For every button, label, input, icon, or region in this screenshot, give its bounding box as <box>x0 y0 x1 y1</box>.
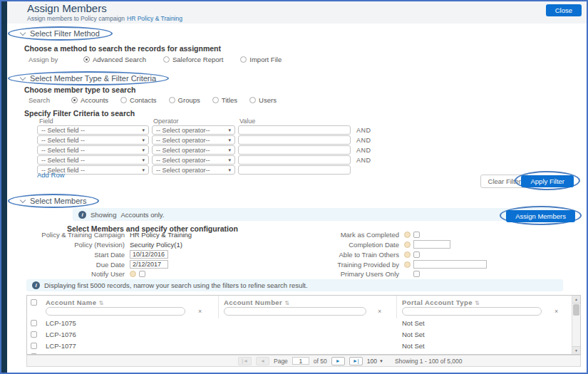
records-banner: i Displaying first 5000 records, narrow … <box>26 279 563 291</box>
showing-banner: i Showing Accounts only. <box>73 208 555 221</box>
training-provided-input[interactable] <box>413 260 487 269</box>
radio-contacts[interactable]: Contacts <box>120 96 157 104</box>
assign-members-button[interactable]: Assign Members <box>506 210 575 222</box>
help-icon[interactable] <box>404 232 411 238</box>
policy-field: Policy (Revision) Security Policy(1) <box>21 240 182 249</box>
radio-saleforce-report[interactable]: Saleforce Report <box>163 56 223 63</box>
close-button[interactable]: Close <box>546 4 582 16</box>
row-checkbox[interactable] <box>31 331 37 338</box>
apply-filter-button[interactable]: Apply Filter <box>521 175 574 187</box>
table-row[interactable]: LCP-1076 Not Set <box>27 329 572 340</box>
page-number-input[interactable] <box>292 357 309 365</box>
filter-row: -- Select field --▾ -- Select operator--… <box>37 135 371 145</box>
filter-value-input[interactable] <box>238 165 351 175</box>
section-header-filter-method[interactable]: Select Filter Method <box>8 26 113 41</box>
completion-date-field: Completion Date <box>301 240 450 249</box>
field-select[interactable]: -- Select field --▾ <box>37 125 149 135</box>
column-header-account-name[interactable]: Account Name ⇅ <box>46 298 103 306</box>
add-row-link[interactable]: Add Row <box>37 171 65 179</box>
operator-select[interactable]: -- Select operator--▾ <box>152 145 235 155</box>
filter-value-input[interactable] <box>238 155 351 165</box>
operator-select[interactable]: -- Select operator--▾ <box>152 125 235 135</box>
start-date-input[interactable] <box>130 250 168 259</box>
account-number-filter-input[interactable] <box>224 307 366 316</box>
clear-number-filter-icon[interactable]: × <box>378 307 381 316</box>
page-label: Page <box>274 358 288 365</box>
help-icon[interactable] <box>404 261 411 268</box>
apply-filter-annotation: Apply Filter <box>515 171 580 190</box>
clear-type-filter-icon[interactable]: × <box>555 307 558 316</box>
page-header: Assign Members Assign members to Policy … <box>7 1 587 24</box>
table-scrollbar[interactable]: ▲ ▼ <box>572 296 580 354</box>
help-icon[interactable] <box>130 271 136 277</box>
help-icon[interactable] <box>404 241 411 248</box>
member-type-heading: Choose member type to search <box>24 85 135 94</box>
table-row[interactable]: LCP-1075 Not Set <box>27 318 572 328</box>
radio-import-file[interactable]: Import File <box>240 56 282 63</box>
radio-advanced-search[interactable]: Advanced Search <box>83 56 146 63</box>
of-total-label: of 50 <box>314 358 327 365</box>
section-header-select-members[interactable]: Select Members <box>8 194 99 208</box>
prev-page-button[interactable]: ◄ <box>256 357 269 365</box>
row-checkbox[interactable] <box>31 320 37 326</box>
caret-down-icon: ▾ <box>142 167 145 172</box>
portal-type-filter-input[interactable] <box>402 307 542 316</box>
radio-groups[interactable]: Groups <box>169 96 200 104</box>
scroll-up-icon[interactable]: ▲ <box>572 296 580 303</box>
radio-titles[interactable]: Titles <box>212 96 237 104</box>
account-name-filter-input[interactable] <box>46 307 185 316</box>
page-size-select[interactable]: 100▼ <box>367 358 383 365</box>
field-select[interactable]: -- Select field --▾ <box>37 135 149 145</box>
operator-select[interactable]: -- Select operator--▾ <box>152 135 235 145</box>
operator-select[interactable]: -- Select operator--▾ <box>152 165 235 175</box>
section-title: Select Members <box>30 197 86 205</box>
campaign-link[interactable]: HR Policy & Training <box>127 15 182 22</box>
primary-users-checkbox[interactable] <box>413 271 420 277</box>
filter-row: -- Select field --▾ -- Select operator--… <box>37 165 351 175</box>
field-select[interactable]: -- Select field --▾ <box>37 145 149 155</box>
filter-value-input[interactable] <box>238 125 351 135</box>
radio-users[interactable]: Users <box>249 96 277 104</box>
filter-row: -- Select field --▾ -- Select operator--… <box>37 155 371 165</box>
field-select[interactable]: -- Select field --▾ <box>37 155 149 165</box>
info-icon: i <box>78 211 86 219</box>
section-header-member-type[interactable]: Select Member Type & Filter Criteria <box>8 71 169 85</box>
column-header-account-number[interactable]: Account Number ⇅ <box>224 298 289 306</box>
column-divider <box>218 296 219 318</box>
campaign-value: HR Policy & Training <box>130 231 192 239</box>
select-all-checkbox[interactable] <box>31 299 37 306</box>
radio-accounts[interactable]: Accounts <box>71 96 108 104</box>
completion-date-input[interactable] <box>413 240 450 249</box>
caret-down-icon: ▾ <box>228 137 231 142</box>
scroll-down-icon[interactable]: ▼ <box>572 346 580 354</box>
filter-value-input[interactable] <box>238 145 351 155</box>
caret-down-icon: ▾ <box>142 128 145 133</box>
last-page-icon: ►| <box>353 358 359 363</box>
last-page-button[interactable]: ►| <box>349 357 363 365</box>
mark-completed-checkbox[interactable] <box>413 232 420 238</box>
due-date-input[interactable] <box>130 260 168 269</box>
showing-value: Accounts only. <box>120 211 164 219</box>
row-checkbox[interactable] <box>31 343 37 349</box>
table-row[interactable]: LCP-1077 Not Set <box>27 341 572 351</box>
clear-name-filter-icon[interactable]: × <box>198 307 202 316</box>
caret-down-icon: ▾ <box>228 157 231 162</box>
radio-icon <box>169 97 175 103</box>
caret-down-icon: ▾ <box>142 157 145 162</box>
operator-column-label: Operator <box>153 118 179 125</box>
first-page-icon: |◄ <box>242 358 248 363</box>
scrollbar-thumb[interactable] <box>573 304 579 316</box>
first-page-button[interactable]: |◄ <box>238 357 252 365</box>
radio-icon <box>212 97 219 103</box>
filter-value-input[interactable] <box>238 135 351 145</box>
notify-user-checkbox[interactable] <box>139 271 145 277</box>
train-others-checkbox[interactable] <box>413 251 420 258</box>
chevron-down-icon <box>20 30 26 36</box>
column-header-portal-type[interactable]: Portal Account Type ⇅ <box>402 298 480 306</box>
help-icon[interactable] <box>404 251 411 258</box>
next-page-button[interactable]: ► <box>331 357 345 365</box>
column-divider <box>396 296 397 318</box>
mark-completed-field: Mark as Completed <box>301 230 420 239</box>
records-banner-text: Displaying first 5000 records, narrow yo… <box>44 281 308 289</box>
operator-select[interactable]: -- Select operator--▾ <box>152 155 235 165</box>
